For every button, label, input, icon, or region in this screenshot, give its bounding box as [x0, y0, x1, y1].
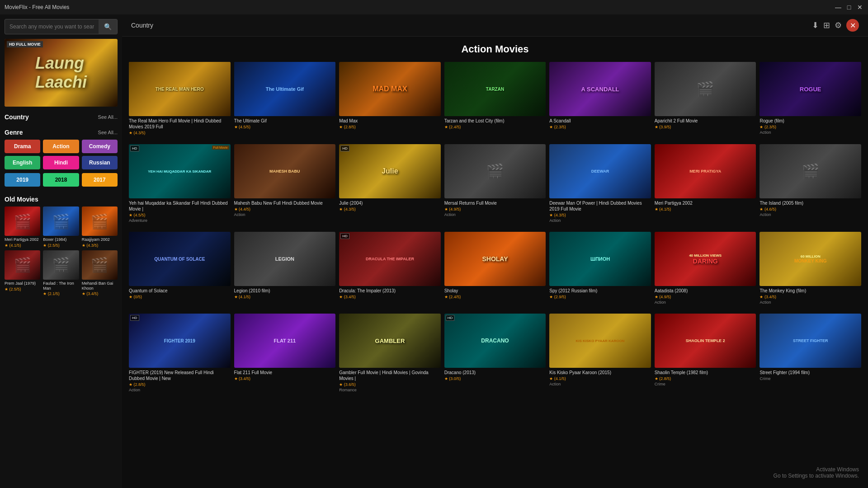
movies-row-3: QUANTUM OF SOLACE Quantum of Solace ★ (0… [122, 230, 868, 309]
settings-icon[interactable]: ⚙ [835, 20, 842, 30]
download-icon[interactable]: ⬇ [812, 20, 819, 30]
movie-card[interactable]: GAMBLER Gambler Full Movie | Hindi Movie… [339, 314, 441, 392]
movie-card[interactable]: ШПИОН Spy (2012 Russian film) ★ (2.9/5) [549, 232, 651, 305]
genre-english[interactable]: English [5, 156, 40, 169]
movie-card[interactable]: The Ultimate Gif The Ultimate Gif ★ (4.5… [234, 62, 336, 135]
genre-label: Genre [5, 129, 23, 136]
movie-card[interactable]: HD DRACULA THE IMPALER Dracula: The Impa… [339, 232, 441, 305]
genre-hindi[interactable]: Hindi [43, 156, 79, 169]
movie-card[interactable]: MAD MAX Mad Max ★ (2.8/5) [339, 62, 441, 135]
movie-card[interactable]: HD FIGHTER 2019 FIGHTER (2019) New Relea… [129, 314, 231, 392]
movie-card[interactable]: 40 MILLION VIEWS DARING Aatadista (2008)… [655, 232, 756, 305]
movie-card[interactable]: THE REAL MAN HERO The Real Man Hero Full… [129, 62, 231, 135]
movie-card[interactable]: QUANTUM OF SOLACE Quantum of Solace ★ (0… [129, 232, 231, 305]
genre-russian[interactable]: Russian [82, 156, 118, 169]
movies-row-4: HD FIGHTER 2019 FIGHTER (2019) New Relea… [122, 311, 868, 397]
search-input[interactable] [5, 20, 99, 33]
titlebar: MovieFlix - Free All Movies — □ ✕ [0, 0, 868, 14]
movie-card[interactable]: DEEWAR Deewar Man Of Power | Hindi Dubbe… [549, 144, 651, 223]
movie-card[interactable]: LEGION Legion (2010 film) ★ (4.1/5) [234, 232, 336, 305]
year-2018[interactable]: 2018 [43, 173, 79, 187]
main-content: Country ⬇ ⊞ ⚙ ✕ Action Movies THE REAL M… [122, 14, 868, 488]
old-movies-label: Old Movies [0, 193, 122, 206]
featured-movie[interactable]: LaungLaachi HD FULL MOVIE [5, 39, 118, 107]
app-title: MovieFlix - Free All Movies [5, 4, 69, 10]
movie-card[interactable]: A SCANDALL A Scandall ★ (2.3/5) [549, 62, 651, 135]
grid-view-icon[interactable]: ⊞ [823, 20, 830, 30]
movie-card[interactable]: HD Full Movie YEH HAI MUQADDAR KA SIKAND… [129, 144, 231, 223]
section-title: Action Movies [122, 37, 868, 60]
movie-card[interactable]: 🎬 Aparichit 2 Full Movie ★ (3.9/5) [655, 62, 756, 135]
movie-card[interactable]: SHAOLIN TEMPLE 2 Shaolin Temple (1982 fi… [655, 314, 756, 392]
old-movie-1[interactable]: 🎬 Meri Partigya 2002 ★ (4.1/5) [5, 206, 40, 248]
genre-section: Genre See All... Drama Action Comedy Eng… [0, 127, 122, 193]
year-2017[interactable]: 2017 [82, 173, 118, 187]
movies-grid-2: HD Full Movie YEH HAI MUQADDAR KA SIKAND… [122, 142, 868, 227]
search-button[interactable]: 🔍 [99, 19, 117, 34]
movie-card[interactable]: HD Julie Julie (2004) ★ (4.3/5) [339, 144, 441, 223]
movie-card[interactable]: MERI PRATIGYA Meri Partigya 2002 ★ (4.1/… [655, 144, 756, 223]
movie-card[interactable]: 🎬 Mersal Returns Full Movie ★ (4.9/5) Ac… [444, 144, 546, 223]
genre-grid: Drama Action Comedy English Hindi Russia… [5, 140, 118, 169]
old-movie-6[interactable]: 🎬 Mehandi Ban Gai Khoon ★ (3.4/5) [82, 250, 118, 296]
movies-row-2: HD Full Movie YEH HAI MUQADDAR KA SIKAND… [122, 142, 868, 227]
window-controls: — □ ✕ [835, 4, 863, 11]
movie-card[interactable]: TARZAN Tarzan and the Lost City (film) ★… [444, 62, 546, 135]
movie-card[interactable]: FLAT 211 Flat 211 Full Movie ★ (3.4/5) [234, 314, 336, 392]
top-bar-actions: ⬇ ⊞ ⚙ ✕ [812, 19, 859, 32]
old-movies-grid: 🎬 Meri Partigya 2002 ★ (4.1/5) 🎬 Boxer (… [0, 206, 122, 300]
old-movie-3[interactable]: 🎬 Raajjiyam 2002 ★ (4.3/5) [82, 206, 118, 248]
movie-card[interactable]: SHOLAY Sholay ★ (2.4/5) [444, 232, 546, 305]
top-bar: Country ⬇ ⊞ ⚙ ✕ [122, 14, 868, 37]
movie-card[interactable]: 🎬 The Island (2005 film) ★ (4.6/5) Actio… [760, 144, 861, 223]
country-filter-label: Country [131, 22, 153, 29]
genre-see-all[interactable]: See All... [98, 130, 118, 135]
movies-grid-1: THE REAL MAN HERO The Real Man Hero Full… [122, 60, 868, 140]
country-label: Country [5, 113, 29, 121]
movie-card[interactable]: HD DRACANO Dracano (2013) ★ (3.0/5) [444, 314, 546, 392]
movie-card[interactable]: STREET FIGHTER Street Fighter (1994 film… [760, 314, 861, 392]
genre-comedy[interactable]: Comedy [82, 140, 118, 153]
year-2019[interactable]: 2019 [5, 173, 40, 187]
genre-drama[interactable]: Drama [5, 140, 40, 153]
movie-card[interactable]: ROGUE Rogue (film) ★ (2.3/5) Action [760, 62, 861, 135]
old-movie-4[interactable]: 🎬 Prem Jaal (1979) ★ (2.5/5) [5, 250, 40, 296]
maximize-button[interactable]: □ [845, 4, 853, 11]
search-bar: 🔍 [5, 19, 118, 34]
close-button[interactable]: ✕ [856, 4, 863, 11]
movie-card[interactable]: KIS KISKO PYAAR KAROON Kis Kisko Pyaar K… [549, 314, 651, 392]
featured-badge: HD FULL MOVIE [7, 41, 43, 47]
movies-grid-3: QUANTUM OF SOLACE Quantum of Solace ★ (0… [122, 230, 868, 309]
sidebar: 🔍 LaungLaachi HD FULL MOVIE Country See … [0, 14, 122, 488]
year-grid: 2019 2018 2017 [5, 173, 118, 187]
close-panel-button[interactable]: ✕ [846, 19, 859, 32]
movies-row-1: THE REAL MAN HERO The Real Man Hero Full… [122, 60, 868, 140]
genre-action[interactable]: Action [43, 140, 79, 153]
country-section: Country See All... [0, 111, 122, 127]
minimize-button[interactable]: — [835, 4, 842, 11]
movie-card[interactable]: 60 MILLION MONKEY KING The Monkey King (… [760, 232, 861, 305]
country-see-all[interactable]: See All... [98, 114, 118, 120]
movies-grid-4: HD FIGHTER 2019 FIGHTER (2019) New Relea… [122, 311, 868, 397]
old-movie-5[interactable]: 🎬 Faulad : The Iron Man ★ (2.1/5) [43, 250, 79, 296]
old-movie-2[interactable]: 🎬 Boxer (1984) ★ (2.5/5) [43, 206, 79, 248]
movie-card[interactable]: MAHESH BABU Mahesh Babu New Full Hindi D… [234, 144, 336, 223]
